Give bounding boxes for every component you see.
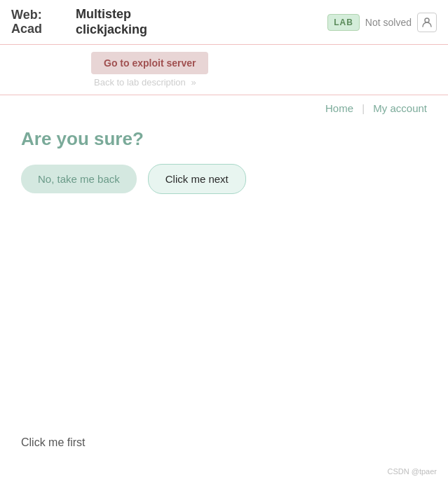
nav-bar: Home | My account [0,95,448,121]
nav-separator: | [362,102,365,114]
page-heading: Are you sure? [21,128,427,150]
header: Web: Acad Multistep clickjacking LAB Not… [0,0,448,45]
lab-title-area: Multistep clickjacking [76,7,319,37]
buttons-row: No, take me back Click me next [21,164,427,194]
home-link[interactable]: Home [325,102,353,114]
click-me-first-text: Click me first [21,436,86,449]
my-account-link[interactable]: My account [373,102,427,114]
back-to-lab-link[interactable]: Back to lab description » [91,77,437,88]
logo-line1: Web: [11,8,67,22]
logo: Web: Acad [11,8,67,36]
exploit-server-button[interactable]: Go to exploit server [91,52,208,74]
lab-badge: LAB [327,14,360,31]
user-icon[interactable] [417,13,437,32]
no-take-me-back-button[interactable]: No, take me back [21,165,137,193]
lab-title: Multistep clickjacking [76,7,319,37]
back-link-arrow: » [191,77,196,88]
lab-title-line1: Multistep [76,7,131,21]
watermark-text: CSDN @tpaer [388,467,437,476]
status-label: Not solved [365,17,412,28]
back-link-text: Back to lab description [94,77,186,88]
svg-point-0 [425,18,429,22]
click-me-next-button[interactable]: Click me next [148,164,246,194]
sub-header: Go to exploit server Back to lab descrip… [0,45,448,95]
lab-title-line2: clickjacking [76,22,147,36]
logo-line2: Acad [11,22,67,36]
header-right: LAB Not solved [327,13,437,32]
